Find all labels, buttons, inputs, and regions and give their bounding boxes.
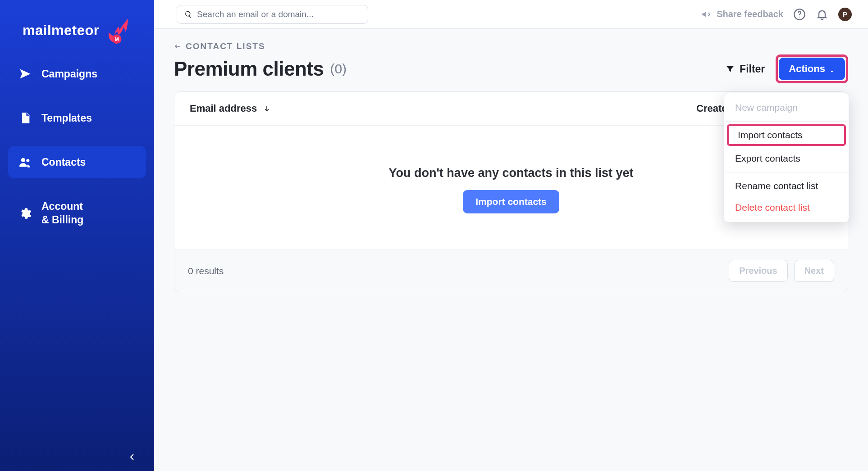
collapse-sidebar-button[interactable]: [128, 453, 136, 463]
sidebar-item-label: Account & Billing: [41, 200, 83, 227]
highlight-actions: Actions: [776, 54, 848, 83]
search-placeholder: Search an email or a domain...: [197, 9, 314, 19]
file-icon: [19, 112, 32, 124]
people-icon: [19, 156, 32, 168]
sidebar-item-account-billing[interactable]: Account & Billing: [8, 190, 146, 237]
page-count: (0): [330, 61, 347, 77]
arrow-down-icon: [263, 105, 270, 112]
sidebar-item-campaigns[interactable]: Campaigns: [8, 58, 146, 90]
sidebar-item-label: Contacts: [41, 156, 86, 168]
sidebar-item-label: Campaigns: [41, 68, 97, 80]
bell-icon: [816, 8, 828, 21]
sidebar-nav: Campaigns Templates Contacts Account & B…: [0, 58, 154, 249]
actions-button[interactable]: Actions: [779, 58, 845, 80]
actions-label: Actions: [789, 63, 825, 75]
breadcrumb-label: CONTACT LISTS: [186, 41, 265, 51]
meteor-icon: M: [105, 17, 132, 44]
next-button[interactable]: Next: [794, 260, 834, 282]
results-count: 0 results: [188, 266, 224, 276]
menu-item-delete-list[interactable]: Delete contact list: [724, 197, 849, 218]
import-contacts-button[interactable]: Import contacts: [463, 190, 559, 213]
menu-item-import-contacts[interactable]: Import contacts: [727, 124, 846, 146]
menu-separator: [724, 121, 849, 122]
avatar-initial: P: [843, 10, 847, 18]
svg-text:M: M: [115, 36, 119, 42]
menu-item-new-campaign[interactable]: New campaign: [724, 97, 849, 118]
sidebar: mailmeteor M Campaigns Template: [0, 0, 154, 471]
avatar[interactable]: P: [838, 8, 852, 21]
filter-icon: [725, 64, 735, 74]
send-icon: [19, 68, 32, 80]
filter-label: Filter: [740, 63, 765, 75]
sidebar-item-contacts[interactable]: Contacts: [8, 146, 146, 178]
gear-icon: [19, 207, 32, 220]
notifications-button[interactable]: [816, 8, 828, 21]
sidebar-item-label: Templates: [41, 112, 92, 124]
column-email-label: Email address: [190, 103, 257, 114]
menu-item-export-contacts[interactable]: Export contacts: [724, 148, 849, 169]
breadcrumb[interactable]: CONTACT LISTS: [174, 41, 265, 51]
brand-logo[interactable]: mailmeteor M: [0, 11, 154, 58]
svg-point-2: [21, 158, 25, 162]
filter-button[interactable]: Filter: [725, 63, 765, 75]
megaphone-icon: [700, 9, 711, 20]
brand-name: mailmeteor: [23, 23, 99, 39]
help-button[interactable]: [793, 8, 806, 21]
search-icon: [184, 10, 192, 18]
page-title: Premium clients: [174, 58, 324, 80]
help-icon: [793, 8, 806, 21]
menu-separator: [724, 172, 849, 172]
share-feedback-label: Share feedback: [717, 9, 783, 19]
menu-item-rename-list[interactable]: Rename contact list: [724, 175, 849, 197]
content: CONTACT LISTS Premium clients (0) Filter…: [154, 29, 868, 471]
chevron-left-icon: [174, 43, 181, 50]
column-email[interactable]: Email address: [190, 103, 270, 114]
search-input[interactable]: Search an email or a domain...: [177, 5, 368, 24]
actions-menu: New campaign Import contacts Export cont…: [724, 93, 849, 222]
share-feedback-button[interactable]: Share feedback: [700, 9, 783, 20]
chevron-down-icon: [829, 66, 835, 72]
topbar: Search an email or a domain... Share fee…: [154, 0, 868, 29]
card-footer: 0 results Previous Next: [174, 250, 848, 292]
sidebar-item-templates[interactable]: Templates: [8, 102, 146, 134]
svg-point-3: [26, 159, 29, 162]
svg-point-5: [799, 16, 800, 17]
previous-button[interactable]: Previous: [729, 260, 787, 282]
